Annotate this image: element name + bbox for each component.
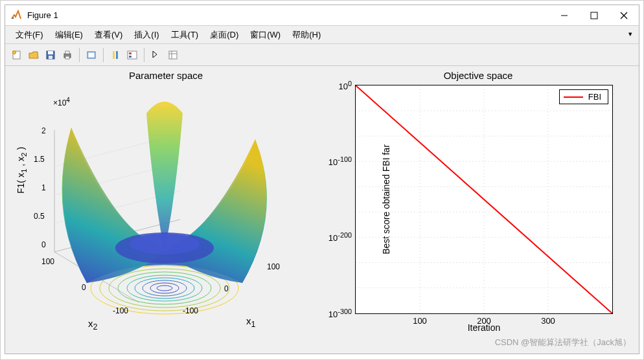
svg-point-29: [118, 272, 211, 304]
y-tick: 10-100: [328, 155, 356, 167]
convergence-line-svg: [356, 85, 612, 313]
svg-point-36: [130, 234, 200, 254]
titlebar: Figure 1: [5, 5, 639, 26]
figure-window: Figure 1 文件(F) 编辑(E) 查看(V) 插入(I) 工具(T) 桌…: [5, 5, 639, 354]
print-button[interactable]: [60, 47, 75, 63]
svg-point-31: [135, 278, 194, 298]
edit-plot-button[interactable]: [148, 47, 164, 63]
surface-svg: [12, 82, 310, 341]
y-tick: 100: [339, 80, 356, 91]
toolbar: [5, 44, 639, 66]
menu-edit[interactable]: 编辑(E): [50, 28, 88, 42]
svg-point-33: [150, 283, 179, 293]
svg-point-34: [157, 286, 172, 291]
watermark-text: CSDN @智能算法研学社（Jack旭）: [495, 337, 631, 348]
new-figure-button[interactable]: [9, 47, 25, 63]
insert-legend-button[interactable]: [124, 47, 140, 63]
svg-point-30: [127, 275, 202, 301]
svg-rect-17: [128, 51, 137, 59]
svg-point-0: [12, 17, 14, 18]
x-tick: -100: [183, 306, 198, 315]
svg-rect-12: [65, 56, 69, 59]
svg-rect-18: [129, 52, 132, 54]
maximize-button[interactable]: [579, 5, 609, 25]
svg-rect-15: [113, 51, 115, 59]
x2-axis-label: x2: [88, 318, 97, 332]
x-tick: 100: [413, 313, 427, 326]
open-button[interactable]: [26, 47, 41, 63]
y-tick: -100: [113, 306, 128, 315]
y-tick: 100: [41, 257, 54, 266]
left-plot-title: Parameter space: [12, 70, 320, 81]
y-tick: 10-200: [328, 231, 356, 243]
svg-rect-14: [89, 53, 94, 57]
menu-insert[interactable]: 插入(I): [129, 28, 164, 42]
svg-rect-2: [591, 12, 597, 19]
legend-line-icon: [564, 96, 583, 98]
close-button[interactable]: [609, 5, 639, 25]
legend-label: FBI: [588, 92, 601, 102]
x1-axis-label: x1: [246, 315, 255, 329]
right-plot-title: Objective space: [324, 70, 632, 81]
svg-point-28: [109, 269, 220, 308]
axes-2d[interactable]: Best score obtained FBI far Iteration 10…: [355, 85, 613, 314]
x-tick: 100: [267, 262, 280, 271]
y-tick: 10-300: [328, 308, 356, 319]
save-button[interactable]: [43, 47, 58, 63]
menu-tools[interactable]: 工具(T): [166, 28, 204, 42]
axes-3d[interactable]: ×104 F1( x1 , x2 ) 0 0.5 1 1.5 2: [12, 82, 320, 341]
svg-rect-20: [169, 51, 177, 59]
svg-rect-11: [65, 51, 69, 54]
svg-line-48: [356, 85, 612, 313]
window-title: Figure 1: [27, 10, 549, 20]
x-tick: 300: [541, 313, 555, 326]
svg-rect-8: [48, 51, 53, 54]
insert-colorbar-button[interactable]: [108, 47, 123, 63]
menu-view[interactable]: 查看(V): [89, 28, 128, 42]
objective-space-subplot: Objective space Best score obtained FBI …: [324, 70, 632, 347]
y-tick: 0: [82, 283, 86, 292]
svg-rect-16: [116, 51, 118, 59]
menubar: 文件(F) 编辑(E) 查看(V) 插入(I) 工具(T) 桌面(D) 窗口(W…: [5, 26, 639, 44]
legend[interactable]: FBI: [559, 89, 608, 104]
matlab-icon: [10, 10, 22, 21]
svg-rect-9: [49, 56, 52, 59]
x-tick: 0: [224, 284, 229, 293]
svg-point-6: [13, 51, 16, 54]
minimize-button[interactable]: [549, 5, 579, 25]
link-plot-button[interactable]: [84, 47, 99, 63]
figure-area: Parameter space ×104 F1( x1 , x2 ) 0 0.5…: [5, 66, 639, 354]
menu-help[interactable]: 帮助(H): [287, 28, 326, 42]
parameter-space-subplot: Parameter space ×104 F1( x1 , x2 ) 0 0.5…: [12, 70, 320, 347]
menu-file[interactable]: 文件(F): [10, 28, 49, 42]
menu-desktop[interactable]: 桌面(D): [205, 28, 244, 42]
x-tick: 200: [477, 313, 491, 326]
menu-window[interactable]: 窗口(W): [245, 28, 286, 42]
menu-overflow-icon[interactable]: ▾: [628, 30, 632, 38]
open-property-button[interactable]: [165, 47, 181, 63]
svg-rect-19: [129, 56, 132, 58]
